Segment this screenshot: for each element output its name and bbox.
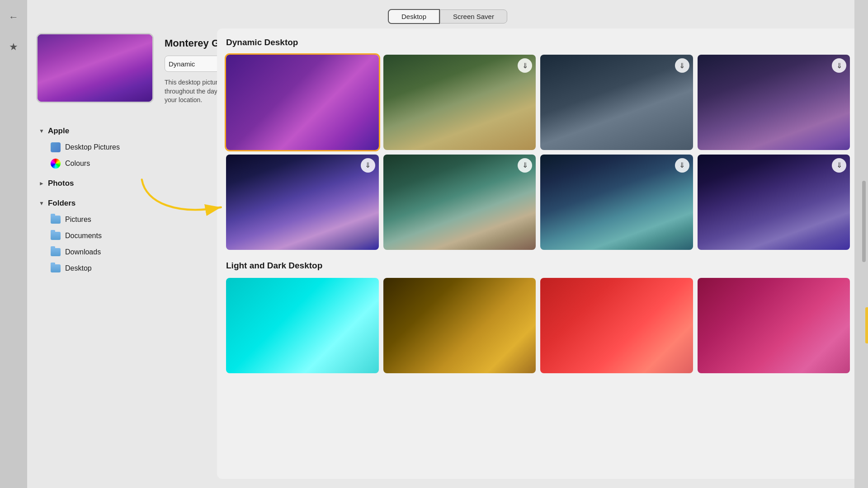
left-sidebar-strip: ← ★: [0, 0, 27, 488]
wallpaper-item-dark-pink[interactable]: [698, 278, 850, 373]
apple-chevron-icon: ▼: [39, 128, 44, 134]
sidebar-item-downloads[interactable]: Downloads: [36, 244, 208, 260]
light-dark-grid: [226, 278, 850, 373]
nav-section-folders: ▼ Folders Pictures Documents: [36, 195, 208, 277]
pictures-folder-icon: [51, 215, 61, 225]
wallpaper-item-catalina-4[interactable]: ⇓: [698, 155, 850, 250]
wallpaper-thumb-big-sur-1: [383, 55, 536, 150]
dynamic-desktop-grid: Monterey Graphic⇓⇓⇓⇓⇓⇓⇓: [226, 55, 850, 250]
right-panel: Dynamic Desktop Monterey Graphic⇓⇓⇓⇓⇓⇓⇓ …: [217, 28, 859, 479]
folders-section-label: Folders: [48, 199, 75, 208]
wallpaper-item-light-teal[interactable]: [226, 278, 379, 373]
wallpaper-item-big-sur-1[interactable]: ⇓: [383, 55, 536, 150]
download-badge-big-sur-2[interactable]: ⇓: [675, 58, 689, 73]
right-scrollbar-strip: [854, 0, 868, 488]
wallpaper-thumb-catalina-3: [540, 155, 693, 250]
download-badge-big-sur-3[interactable]: ⇓: [832, 58, 846, 73]
wallpaper-item-big-sur-3[interactable]: ⇓: [698, 55, 850, 150]
sidebar-item-desktop[interactable]: Desktop: [36, 260, 208, 277]
wallpaper-thumb-catalina-4: [698, 155, 850, 250]
sidebar-item-pictures[interactable]: Pictures: [36, 211, 208, 228]
sidebar-nav: ▼ Apple Desktop Pictures Colours: [36, 123, 208, 479]
wallpaper-thumb-dark-pink: [698, 278, 850, 373]
photos-section-label: Photos: [48, 179, 74, 188]
light-dark-title: Light and Dark Desktop: [226, 261, 850, 271]
wallpaper-item-catalina-1[interactable]: ⇓: [226, 155, 379, 250]
content-area: Monterey Graphic Dynamic ↕ This desktop …: [27, 28, 868, 488]
dynamic-select-value: Dynamic: [169, 60, 195, 68]
apple-section-label: Apple: [48, 127, 69, 136]
wallpaper-thumb-big-sur-3: [698, 55, 850, 150]
sidebar-item-documents[interactable]: Documents: [36, 228, 208, 244]
left-panel: Monterey Graphic Dynamic ↕ This desktop …: [36, 28, 208, 479]
preview-area: Monterey Graphic Dynamic ↕ This desktop …: [36, 28, 208, 109]
wallpaper-thumb-big-sur-2: [540, 55, 693, 150]
wallpaper-item-dark-gold[interactable]: [383, 278, 536, 373]
wallpaper-thumb-monterey-graphic: [226, 55, 379, 150]
downloads-label: Downloads: [65, 248, 101, 256]
documents-folder-icon: [51, 231, 61, 241]
desktop-pictures-icon: [51, 142, 61, 152]
download-badge-catalina-1[interactable]: ⇓: [361, 158, 375, 173]
star-icon[interactable]: ★: [5, 39, 22, 55]
photos-chevron-icon: ►: [39, 180, 44, 187]
downloads-folder-icon: [51, 247, 61, 257]
dynamic-desktop-title: Dynamic Desktop: [226, 38, 850, 47]
tab-bar: Desktop Screen Saver: [27, 0, 868, 28]
wallpaper-item-catalina-2[interactable]: ⇓: [383, 155, 536, 250]
wallpaper-thumb-dark-gold: [383, 278, 536, 373]
right-accent-bar: [865, 307, 868, 343]
wallpaper-item-big-sur-2[interactable]: ⇓: [540, 55, 693, 150]
folders-section-header[interactable]: ▼ Folders: [36, 195, 208, 211]
desktop-preview-thumbnail: [36, 33, 154, 103]
download-badge-catalina-4[interactable]: ⇓: [832, 158, 846, 173]
wallpaper-item-light-red[interactable]: [540, 278, 693, 373]
download-badge-big-sur-1[interactable]: ⇓: [518, 58, 532, 73]
nav-section-photos: ► Photos: [36, 175, 208, 192]
wallpaper-item-catalina-3[interactable]: ⇓: [540, 155, 693, 250]
wallpaper-thumb-light-teal: [226, 278, 379, 373]
desktop-pictures-label: Desktop Pictures: [65, 143, 120, 151]
scrollbar-thumb[interactable]: [862, 181, 866, 262]
colours-label: Colours: [65, 160, 90, 168]
download-badge-catalina-2[interactable]: ⇓: [518, 158, 532, 173]
wallpaper-item-monterey-graphic[interactable]: Monterey Graphic: [226, 55, 379, 150]
wallpaper-thumb-catalina-2: [383, 155, 536, 250]
apple-section-header[interactable]: ▼ Apple: [36, 123, 208, 139]
wallpaper-thumb-light-red: [540, 278, 693, 373]
photos-section-header[interactable]: ► Photos: [36, 175, 208, 192]
tab-desktop[interactable]: Desktop: [388, 9, 440, 24]
wallpaper-thumb-catalina-1: [226, 155, 379, 250]
sidebar-item-desktop-pictures[interactable]: Desktop Pictures: [36, 139, 208, 155]
download-badge-catalina-3[interactable]: ⇓: [675, 158, 689, 173]
tab-screen-saver[interactable]: Screen Saver: [440, 9, 507, 23]
colours-icon: [51, 159, 61, 169]
nav-section-apple: ▼ Apple Desktop Pictures Colours: [36, 123, 208, 172]
documents-label: Documents: [65, 232, 102, 240]
folders-chevron-icon: ▼: [39, 200, 44, 206]
back-icon[interactable]: ←: [5, 9, 22, 25]
desktop-label: Desktop: [65, 264, 92, 272]
desktop-folder-icon: [51, 263, 61, 273]
pictures-label: Pictures: [65, 216, 91, 224]
sidebar-item-colours[interactable]: Colours: [36, 155, 208, 172]
main-container: Desktop Screen Saver Monterey Graphic Dy…: [27, 0, 868, 488]
